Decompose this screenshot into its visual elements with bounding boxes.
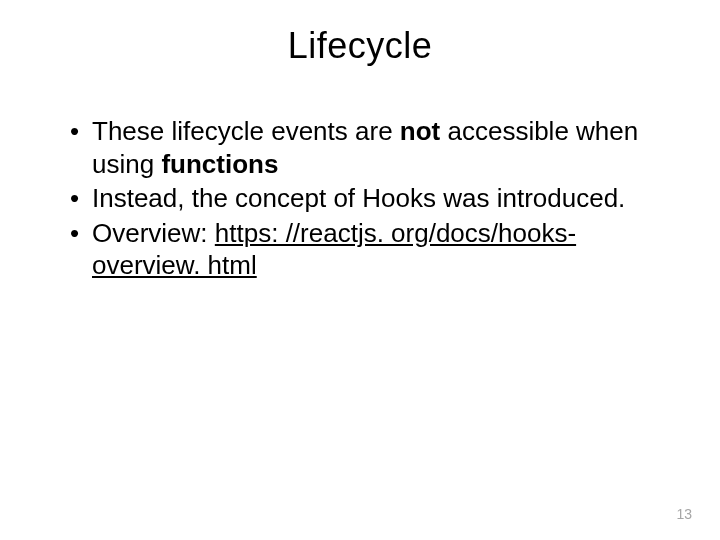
- bullet-text-bold: not: [400, 116, 440, 146]
- page-number: 13: [676, 506, 692, 522]
- slide-content: These lifecycle events are not accessibl…: [40, 115, 680, 282]
- bullet-item: Instead, the concept of Hooks was introd…: [70, 182, 680, 215]
- slide-title: Lifecycle: [40, 25, 680, 67]
- bullet-list: These lifecycle events are not accessibl…: [70, 115, 680, 282]
- bullet-item: These lifecycle events are not accessibl…: [70, 115, 680, 180]
- bullet-text: Instead, the concept of Hooks was introd…: [92, 183, 625, 213]
- bullet-text-prefix: These lifecycle events are: [92, 116, 400, 146]
- bullet-text-prefix: Overview:: [92, 218, 215, 248]
- bullet-text-bold: functions: [161, 149, 278, 179]
- slide-container: Lifecycle These lifecycle events are not…: [0, 0, 720, 540]
- bullet-item: Overview: https: //reactjs. org/docs/hoo…: [70, 217, 680, 282]
